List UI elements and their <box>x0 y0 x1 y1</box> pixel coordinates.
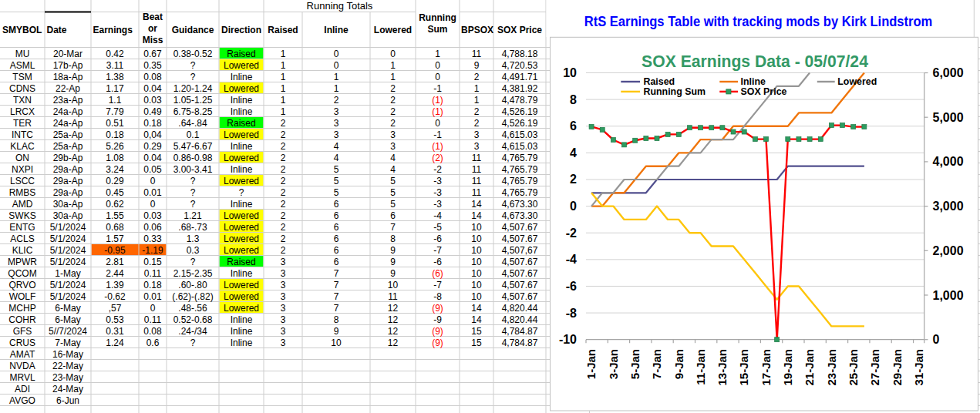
svg-text:(9): (9) <box>432 303 443 314</box>
svg-text:Lowered: Lowered <box>374 25 412 35</box>
svg-text:-2: -2 <box>433 164 442 175</box>
svg-text:0.18: 0.18 <box>106 129 124 140</box>
svg-text:3: 3 <box>281 303 286 314</box>
svg-text:10: 10 <box>388 280 399 290</box>
svg-text:3: 3 <box>281 268 286 279</box>
svg-text:1.1: 1.1 <box>109 95 122 106</box>
svg-text:0.01: 0.01 <box>143 187 162 198</box>
svg-text:19-Jan: 19-Jan <box>781 349 794 386</box>
svg-text:Lowered: Lowered <box>224 129 259 140</box>
svg-text:2: 2 <box>281 187 286 198</box>
svg-text:3: 3 <box>474 129 480 140</box>
svg-text:2: 2 <box>474 72 480 82</box>
svg-text:Inline: Inline <box>231 72 253 82</box>
svg-text:Running Sum: Running Sum <box>644 86 706 97</box>
svg-text:4,526.19: 4,526.19 <box>502 118 538 129</box>
svg-text:?: ? <box>190 60 196 71</box>
svg-text:5: 5 <box>334 164 339 175</box>
svg-text:0: 0 <box>570 200 577 213</box>
svg-text:AMAT: AMAT <box>10 349 35 360</box>
svg-text:ON: ON <box>15 153 29 163</box>
svg-text:ASML: ASML <box>10 60 35 71</box>
svg-text:-7: -7 <box>433 245 442 256</box>
svg-text:1.38: 1.38 <box>106 72 124 82</box>
svg-text:9: 9 <box>390 245 396 256</box>
svg-text:4,784.87: 4,784.87 <box>502 326 538 337</box>
svg-text:2: 2 <box>570 173 577 186</box>
svg-text:5/1/2024: 5/1/2024 <box>50 291 86 302</box>
svg-text:5-Jan: 5-Jan <box>628 349 642 379</box>
svg-text:4: 4 <box>390 164 396 175</box>
svg-text:0.06: 0.06 <box>143 222 162 233</box>
svg-text:4,000: 4,000 <box>933 155 964 168</box>
svg-text:COHR: COHR <box>8 314 36 325</box>
svg-text:27-Jan: 27-Jan <box>868 349 881 386</box>
svg-text:CRUS: CRUS <box>9 337 35 348</box>
svg-text:0.18: 0.18 <box>143 280 162 290</box>
svg-text:12: 12 <box>388 337 399 348</box>
svg-text:0.08: 0.08 <box>143 326 162 337</box>
svg-text:1-May: 1-May <box>55 268 80 279</box>
svg-text:29a-Ap: 29a-Ap <box>53 187 83 198</box>
svg-text:Lowered: Lowered <box>837 76 877 87</box>
svg-text:-0.62: -0.62 <box>104 291 126 302</box>
svg-text:6: 6 <box>390 210 396 221</box>
svg-text:0.01: 0.01 <box>143 291 162 302</box>
svg-text:2: 2 <box>390 118 396 129</box>
svg-text:-2: -2 <box>566 227 577 240</box>
svg-text:9: 9 <box>474 60 480 71</box>
svg-text:5/1/2024: 5/1/2024 <box>50 257 86 267</box>
svg-text:0.42: 0.42 <box>106 49 124 59</box>
svg-text:11: 11 <box>472 176 482 186</box>
svg-text:6: 6 <box>334 210 339 221</box>
svg-text:2: 2 <box>281 129 286 140</box>
svg-text:4,765.79: 4,765.79 <box>502 176 538 186</box>
svg-text:1,000: 1,000 <box>933 289 964 302</box>
svg-text:Lowered: Lowered <box>224 176 259 186</box>
svg-text:-1.19: -1.19 <box>142 245 163 256</box>
svg-text:2: 2 <box>281 176 286 186</box>
svg-text:5: 5 <box>334 176 339 186</box>
svg-text:SWKS: SWKS <box>8 210 35 221</box>
svg-text:1.05-1.25: 1.05-1.25 <box>173 95 213 106</box>
svg-text:-4: -4 <box>433 210 442 221</box>
svg-text:7: 7 <box>334 268 339 279</box>
svg-text:12: 12 <box>388 314 399 325</box>
svg-text:0.11: 0.11 <box>144 314 162 325</box>
svg-text:0.38-0.52: 0.38-0.52 <box>173 49 213 59</box>
svg-text:Lowered: Lowered <box>224 153 259 163</box>
svg-text:24a-Ap: 24a-Ap <box>53 118 83 129</box>
svg-text:1: 1 <box>390 60 396 71</box>
svg-text:0.3: 0.3 <box>187 245 200 256</box>
svg-text:Lowered: Lowered <box>224 60 259 71</box>
svg-text:29b-Ap: 29b-Ap <box>53 153 83 163</box>
svg-text:Guidance: Guidance <box>172 25 214 35</box>
svg-text:15: 15 <box>471 337 482 348</box>
svg-text:4,507.67: 4,507.67 <box>502 268 538 279</box>
svg-text:3: 3 <box>281 280 286 290</box>
svg-text:0.03: 0.03 <box>143 95 162 106</box>
svg-text:1.08: 1.08 <box>106 153 124 163</box>
svg-text:4,507.67: 4,507.67 <box>502 233 538 244</box>
svg-text:Inline: Inline <box>231 199 253 210</box>
svg-text:.64-.84: .64-.84 <box>178 118 207 129</box>
svg-text:2: 2 <box>281 118 286 129</box>
svg-text:0.33: 0.33 <box>143 233 162 244</box>
svg-text:Beat: Beat <box>143 12 163 22</box>
svg-text:10: 10 <box>563 66 577 79</box>
svg-text:5//7/2024: 5//7/2024 <box>49 326 87 337</box>
svg-text:31-Jan: 31-Jan <box>912 349 925 386</box>
svg-text:4,507.67: 4,507.67 <box>502 222 538 233</box>
svg-text:INTC: INTC <box>12 129 33 140</box>
svg-text:0.08: 0.08 <box>143 72 162 82</box>
svg-text:4,673.30: 4,673.30 <box>502 210 538 221</box>
svg-text:9-Jan: 9-Jan <box>672 349 685 379</box>
svg-text:4,765.79: 4,765.79 <box>502 153 538 163</box>
svg-text:21-Jan: 21-Jan <box>803 349 816 386</box>
svg-text:10: 10 <box>471 257 482 267</box>
svg-text:0.49: 0.49 <box>143 106 162 117</box>
svg-text:SOX Price: SOX Price <box>741 86 787 97</box>
svg-text:(1): (1) <box>432 141 443 152</box>
svg-text:30a-Ap: 30a-Ap <box>53 199 83 210</box>
svg-text:5/1/2024: 5/1/2024 <box>50 280 86 290</box>
